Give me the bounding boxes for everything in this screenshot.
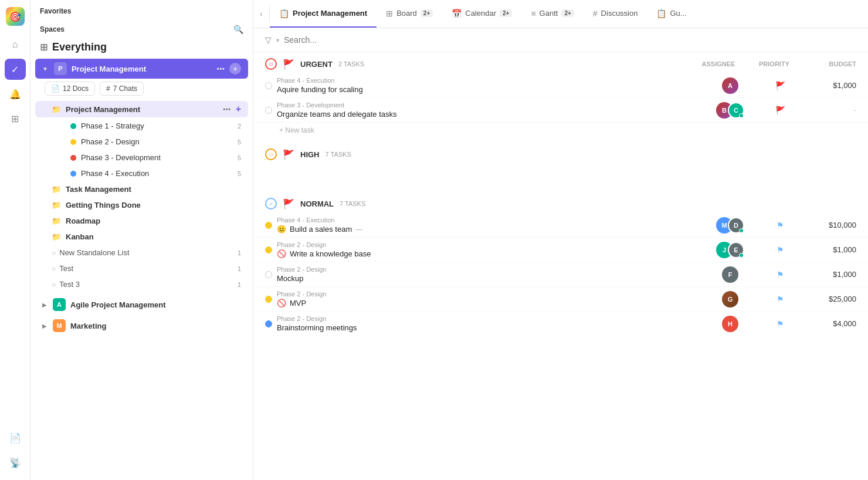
agile-letter: A [53,298,66,311]
task-info: Phase 2 - Design 🚫 MVP [277,290,704,307]
filter-dropdown-icon[interactable]: ▾ [276,37,279,43]
marketing-name: Marketing [70,322,106,330]
home-icon[interactable]: ⌂ [5,34,26,55]
pm-add-icon[interactable]: + [236,104,241,114]
filter-icon[interactable]: ▽ [265,35,272,45]
phase-design[interactable]: Phase 2 - Design 5 [35,134,248,149]
phase-label-development: Phase 3 - Development [81,153,233,162]
getting-things-done-folder[interactable]: 📁 Getting Things Done [35,198,248,212]
docs-label: 12 Docs [63,84,89,93]
roadmap-folder[interactable]: 📁 Roadmap [35,214,248,228]
tab-discussion[interactable]: # Discussion [584,0,647,28]
space-add-button[interactable]: + [229,63,241,75]
tab-guide[interactable]: 📋 Gu... [647,0,696,28]
normal-collapse-button[interactable]: ✓ [265,198,277,209]
new-task-button-urgent[interactable]: + New task [253,123,868,138]
tab-board-badge: 2+ [421,9,433,17]
avatar: A [722,77,738,94]
chats-button[interactable]: # 7 Chats [100,82,144,96]
tab-board-icon: ⊞ [386,9,393,18]
search-input[interactable] [284,35,401,45]
marketing-letter: M [53,319,66,332]
space-agile[interactable]: ▶ A Agile Project Management [35,295,248,315]
signals-icon[interactable]: 📡 [5,452,26,473]
folder-icon-roadmap: 📁 [52,217,61,225]
standalone-label-3: Test 3 [59,280,80,289]
pm-options-icon[interactable]: ••• [223,105,231,114]
task-assignee: J E [704,242,757,258]
urgent-group-header: ○ 🚩 URGENT 2 TASKS ASSIGNEE PRIORITY BUD… [253,52,868,73]
normal-flag-icon: 🚩 [283,198,294,209]
everything-item[interactable]: ⊞ Everything [30,36,253,58]
phase-execution[interactable]: Phase 4 - Execution 5 [35,166,248,181]
task-name: Brainstorming meetings [277,323,704,332]
app-logo[interactable]: 🎯 [6,7,25,26]
apps-icon[interactable]: ⊞ [5,108,26,129]
phase-development[interactable]: Phase 3 - Development 5 [35,150,248,165]
phase-strategy[interactable]: Phase 1 - Strategy 2 [35,119,248,133]
standalone-count-3: 1 [238,281,241,288]
project-management-list[interactable]: 📁 Project Management ••• + [35,101,248,117]
task-row[interactable]: Phase 2 - Design Mockup F ⚑ $1,000 [253,262,868,287]
task-management-folder[interactable]: 📁 Task Management [35,182,248,197]
tab-pm-icon: 📋 [279,9,289,18]
task-budget: $4,000 [803,319,856,328]
task-name: Mockup [277,274,704,283]
task-phase: Phase 2 - Design [277,315,704,322]
standalone-circle-icon-2: ○ [52,265,56,273]
space-marketing[interactable]: ▶ M Marketing [35,316,248,336]
tab-board-label: Board [396,9,417,18]
task-priority: ⚑ [757,270,803,279]
task-row[interactable]: Phase 4 - Execution Aquire funding for s… [253,73,868,98]
priority-flag-blue-icon: ⚑ [777,295,784,304]
kanban-folder[interactable]: 📁 Kanban [35,229,248,244]
task-row[interactable]: Phase 2 - Design Brainstorming meetings … [253,312,868,336]
task-assignee: M D [704,217,757,234]
task-row[interactable]: Phase 4 - Execution 😐 Build a sales team… [253,213,868,238]
task-name: Aquire funding for scaling [277,85,704,94]
folder-icon-gtd: 📁 [52,201,61,209]
docs-button[interactable]: 📄 12 Docs [45,82,95,96]
task-name: 😐 Build a sales team — [277,225,704,234]
phase-dot-strategy [70,123,76,129]
tab-project-management[interactable]: 📋 Project Management [270,0,377,28]
standalone-count-1: 1 [238,249,241,256]
avatar-g: G [722,291,738,307]
docs-icon[interactable]: 📄 [5,427,26,448]
tab-gantt[interactable]: ≡ Gantt 2+ [521,0,583,28]
urgent-collapse-button[interactable]: ○ [265,58,277,70]
standalone-test[interactable]: ○ Test 1 [35,261,248,276]
online-dot [739,113,744,118]
spaces-search-button[interactable]: 🔍 [233,25,243,34]
space-project-management[interactable]: ▼ P Project Management ••• + [35,59,248,79]
high-spacer [253,164,868,187]
task-row[interactable]: Phase 2 - Design 🚫 Write a knowledge bas… [253,238,868,262]
task-row[interactable]: Phase 2 - Design 🚫 MVP G ⚑ $25,000 [253,287,868,312]
standalone-count-2: 1 [238,265,241,272]
priority-flag-blue-icon: ⚑ [777,221,784,230]
task-budget: $1,000 [803,270,856,279]
task-name: Organize teams and delegate tasks [277,110,704,119]
notification-icon[interactable]: 🔔 [5,83,26,104]
tab-board[interactable]: ⊞ Board 2+ [377,0,442,28]
standalone-circle-icon-1: ○ [52,249,56,257]
task-row[interactable]: Phase 3 - Development Organize teams and… [253,98,868,123]
standalone-new-list[interactable]: ○ New Standalone List 1 [35,245,248,260]
phase-dot-development [70,155,76,161]
task-status-dot [265,107,272,114]
high-group: ○ 🚩 HIGH 7 TASKS [253,143,868,187]
high-title: HIGH [300,150,320,159]
tab-calendar[interactable]: 📅 Calendar 2+ [442,0,521,28]
high-collapse-button[interactable]: ○ [265,148,277,160]
search-bar: ▽ ▾ [253,28,868,52]
standalone-test3[interactable]: ○ Test 3 1 [35,277,248,292]
normal-group-header: ✓ 🚩 NORMAL 7 TASKS [253,192,868,213]
avatar-h: H [722,316,738,332]
collapse-sidebar-button[interactable]: ‹ [253,6,270,22]
phase-label-strategy: Phase 1 - Strategy [81,121,233,130]
folder-icon: 📁 [52,105,61,114]
task-phase: Phase 3 - Development [277,102,704,109]
space-options-button[interactable]: ••• [216,65,225,73]
task-budget: $10,000 [803,221,856,229]
tasks-icon[interactable]: ✓ [5,59,26,80]
